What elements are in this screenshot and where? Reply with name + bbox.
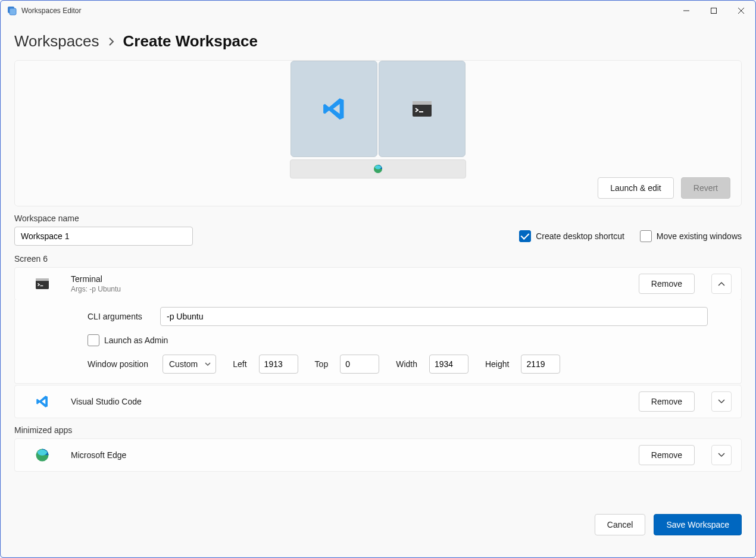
top-input[interactable]	[340, 355, 379, 374]
footer: Cancel Save Workspace	[14, 501, 742, 557]
layout-preview-card: Launch & edit Revert	[14, 60, 742, 206]
create-shortcut-label: Create desktop shortcut	[536, 231, 624, 241]
launch-admin-label: Launch as Admin	[104, 336, 168, 345]
preview-tile-terminal[interactable]	[379, 61, 466, 157]
minimize-button[interactable]	[673, 1, 700, 20]
breadcrumb: Workspaces Create Workspace	[14, 32, 742, 51]
app-title: Terminal	[71, 274, 121, 284]
maximize-button[interactable]	[700, 1, 727, 20]
height-label: Height	[485, 359, 509, 369]
app-title: Microsoft Edge	[71, 450, 126, 460]
breadcrumb-current: Create Workspace	[123, 32, 258, 51]
app-row-terminal: Terminal Args: -p Ubuntu Remove	[14, 267, 742, 300]
create-shortcut-checkbox[interactable]: Create desktop shortcut	[519, 230, 624, 242]
maximize-icon	[711, 8, 717, 14]
edge-icon	[35, 448, 49, 462]
width-label: Width	[396, 359, 417, 369]
app-row-edge: Microsoft Edge Remove	[14, 438, 742, 472]
height-input[interactable]	[521, 355, 560, 374]
checkbox-icon	[640, 230, 652, 242]
breadcrumb-root[interactable]: Workspaces	[14, 32, 99, 51]
launch-admin-checkbox[interactable]: Launch as Admin	[88, 334, 168, 346]
move-windows-label: Move existing windows	[657, 231, 742, 241]
window-title: Workspaces Editor	[21, 7, 81, 15]
terminal-icon	[36, 278, 49, 289]
chevron-down-icon	[718, 453, 725, 457]
app-title: Visual Studio Code	[71, 397, 142, 406]
cli-args-label: CLI arguments	[88, 312, 152, 321]
preview-taskbar	[290, 159, 466, 178]
vscode-icon	[321, 96, 347, 122]
move-windows-checkbox[interactable]: Move existing windows	[640, 230, 742, 242]
chevron-down-icon	[205, 362, 211, 366]
save-workspace-button[interactable]: Save Workspace	[654, 514, 742, 535]
workspace-name-input[interactable]	[14, 227, 193, 246]
terminal-icon	[413, 101, 432, 117]
chevron-down-icon	[718, 399, 725, 404]
chevron-up-icon	[718, 281, 725, 286]
window-position-label: Window position	[88, 359, 154, 369]
svg-rect-11	[36, 278, 49, 281]
minimize-icon	[683, 8, 689, 14]
svg-rect-1	[10, 8, 16, 15]
cli-args-input[interactable]	[160, 307, 708, 326]
workspace-name-label: Workspace name	[14, 214, 742, 223]
cancel-button[interactable]: Cancel	[595, 514, 646, 535]
remove-button[interactable]: Remove	[639, 391, 695, 412]
remove-button[interactable]: Remove	[639, 445, 695, 465]
svg-rect-7	[413, 101, 432, 105]
chevron-right-icon	[108, 37, 115, 46]
expand-button[interactable]	[711, 391, 732, 412]
close-icon	[738, 8, 744, 14]
close-button[interactable]	[727, 1, 755, 20]
app-icon	[7, 6, 17, 15]
left-input[interactable]	[259, 355, 298, 374]
position-mode-value: Custom	[169, 359, 198, 369]
app-subtitle: Args: -p Ubuntu	[71, 285, 121, 293]
top-label: Top	[315, 359, 329, 369]
launch-edit-button[interactable]: Launch & edit	[598, 177, 674, 199]
app-row-vscode: Visual Studio Code Remove	[14, 385, 742, 418]
preview-tile-vscode[interactable]	[290, 61, 377, 157]
titlebar: Workspaces Editor	[1, 1, 755, 20]
expand-button[interactable]	[711, 445, 732, 465]
revert-button[interactable]: Revert	[681, 177, 730, 199]
edge-icon	[373, 164, 383, 174]
minimized-section-label: Minimized apps	[14, 425, 742, 435]
collapse-button[interactable]	[711, 274, 732, 294]
checkbox-icon	[88, 334, 99, 346]
svg-rect-3	[711, 8, 717, 14]
left-label: Left	[233, 359, 246, 369]
vscode-icon	[35, 394, 49, 409]
remove-button[interactable]: Remove	[639, 274, 695, 294]
checkbox-icon	[519, 230, 531, 242]
width-input[interactable]	[429, 355, 468, 374]
position-mode-select[interactable]: Custom	[163, 355, 216, 374]
screen-section-label: Screen 6	[14, 254, 742, 264]
app-detail-terminal: CLI arguments Launch as Admin Window pos…	[14, 300, 742, 384]
